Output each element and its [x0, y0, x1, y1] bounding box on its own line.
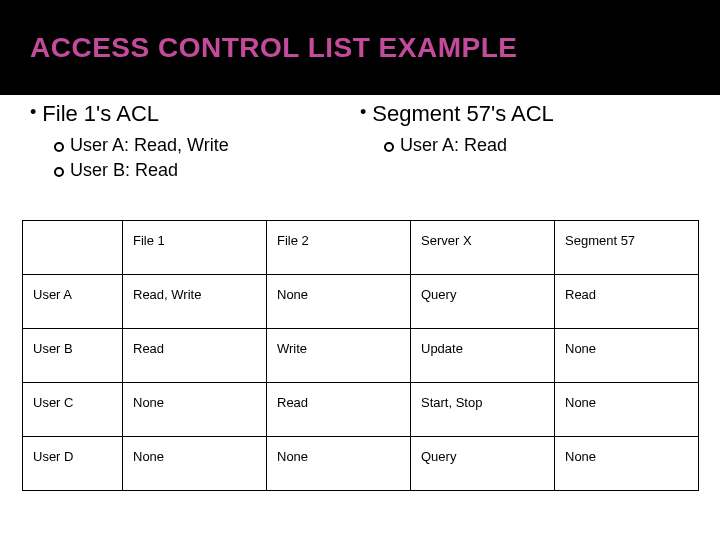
table-cell: Start, Stop [411, 383, 555, 437]
column-heading: Segment 57's ACL [372, 101, 554, 127]
table-header-row: File 1 File 2 Server X Segment 57 [23, 221, 699, 275]
table-row: User B Read Write Update None [23, 329, 699, 383]
table-cell: None [555, 329, 699, 383]
slide: ACCESS CONTROL LIST EXAMPLE • File 1's A… [0, 0, 720, 540]
table-cell: Read [555, 275, 699, 329]
table-cell: Query [411, 275, 555, 329]
list-item: User B: Read [54, 160, 360, 181]
table-cell: User C [23, 383, 123, 437]
acl-table: File 1 File 2 Server X Segment 57 User A… [22, 220, 699, 491]
list-item-text: User A: Read [400, 135, 507, 156]
content-area: • File 1's ACL User A: Read, Write User … [0, 95, 720, 540]
list-item: User A: Read [384, 135, 690, 156]
table-cell: Read [267, 383, 411, 437]
bullet-dot-icon: • [360, 103, 366, 121]
circle-bullet-icon [384, 142, 394, 152]
list-item-text: User A: Read, Write [70, 135, 229, 156]
table-cell: None [267, 437, 411, 491]
heading-row: • File 1's ACL [30, 101, 360, 127]
table-row: User D None None Query None [23, 437, 699, 491]
table-header-cell [23, 221, 123, 275]
table-header-cell: File 2 [267, 221, 411, 275]
table-header-cell: Segment 57 [555, 221, 699, 275]
table-row: User C None Read Start, Stop None [23, 383, 699, 437]
sub-list: User A: Read, Write User B: Read [54, 135, 360, 181]
table-header-cell: File 1 [123, 221, 267, 275]
list-item: User A: Read, Write [54, 135, 360, 156]
table-cell: Update [411, 329, 555, 383]
bullet-dot-icon: • [30, 103, 36, 121]
table-cell: Read [123, 329, 267, 383]
sub-list: User A: Read [384, 135, 690, 156]
heading-row: • Segment 57's ACL [360, 101, 690, 127]
table-cell: Read, Write [123, 275, 267, 329]
table-cell: User A [23, 275, 123, 329]
table-cell: None [555, 437, 699, 491]
column-heading: File 1's ACL [42, 101, 159, 127]
table-cell: User B [23, 329, 123, 383]
table-cell: Write [267, 329, 411, 383]
table-header-cell: Server X [411, 221, 555, 275]
table-cell: None [267, 275, 411, 329]
table-cell: Query [411, 437, 555, 491]
column-left: • File 1's ACL User A: Read, Write User … [30, 101, 360, 185]
circle-bullet-icon [54, 142, 64, 152]
column-right: • Segment 57's ACL User A: Read [360, 101, 690, 185]
list-item-text: User B: Read [70, 160, 178, 181]
table-cell: None [123, 383, 267, 437]
table-cell: None [123, 437, 267, 491]
table-cell: User D [23, 437, 123, 491]
title-bar: ACCESS CONTROL LIST EXAMPLE [0, 0, 720, 95]
two-columns: • File 1's ACL User A: Read, Write User … [30, 101, 690, 185]
table-cell: None [555, 383, 699, 437]
circle-bullet-icon [54, 167, 64, 177]
slide-title: ACCESS CONTROL LIST EXAMPLE [30, 34, 690, 62]
table-row: User A Read, Write None Query Read [23, 275, 699, 329]
